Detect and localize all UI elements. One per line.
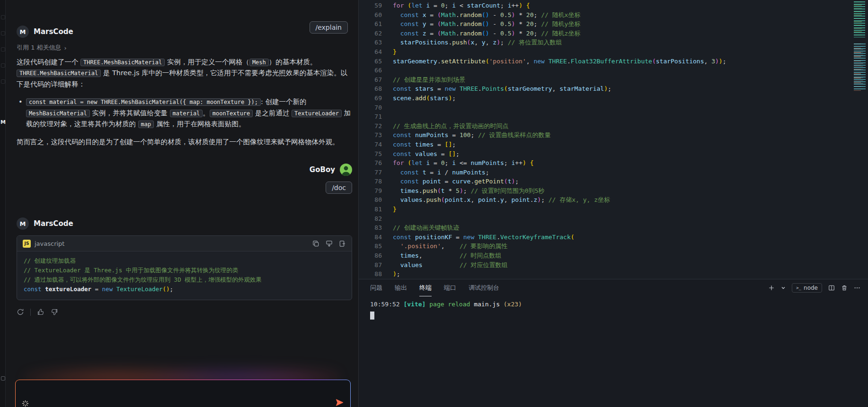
minimap[interactable]: [852, 0, 868, 104]
code-line[interactable]: 80 values.push(point.x, point.y, point.z…: [359, 195, 868, 205]
kill-terminal-icon[interactable]: [841, 285, 848, 291]
code-text: for (let i = 0; i < starCount; i++) {: [382, 1, 530, 10]
new-file-code-icon[interactable]: [339, 240, 346, 247]
minimap-block: [854, 1, 867, 37]
panel-tab-debug-console[interactable]: 调试控制台: [469, 279, 499, 296]
code-line[interactable]: 70: [359, 103, 868, 113]
activity-icon-3[interactable]: [1, 47, 5, 52]
line-number: 66: [359, 66, 382, 75]
activity-icon-5[interactable]: [1, 79, 5, 84]
code-line[interactable]: 85 '.position', // 要影响的属性: [359, 242, 868, 251]
terminal-profile-node[interactable]: >_ node: [792, 283, 822, 293]
marscode-activity-icon[interactable]: M: [0, 119, 6, 125]
user-name: GoBoy: [310, 165, 335, 174]
inline-code: MeshBasicMaterial: [26, 110, 90, 117]
panel-tab-problems[interactable]: 问题: [370, 279, 382, 296]
code-line[interactable]: 88);: [359, 269, 868, 279]
more-actions-icon[interactable]: [854, 285, 860, 291]
code-line[interactable]: 63 starPositions.push(x, y, z); // 将位置加入…: [359, 38, 868, 47]
code-line[interactable]: 73const numPoints = 100; // 设置曲线采样点的数量: [359, 130, 868, 140]
thumbs-down-icon[interactable]: [51, 308, 58, 316]
regenerate-icon[interactable]: [17, 308, 24, 316]
panel-tab-ports[interactable]: 端口: [444, 279, 456, 296]
panel-tab-bar: 问题输出终端端口调试控制台 >_ node: [359, 279, 868, 296]
chevron-down-icon[interactable]: [781, 286, 786, 290]
code-text: // 创建动画关键帧轨迹: [382, 223, 459, 233]
code-text: for (let i = 0; i <= numPoints; i++) {: [382, 158, 533, 168]
code-text: // 创建星星并添加到场景: [382, 75, 465, 85]
code-line[interactable]: 59for (let i = 0; i < starCount; i++) {: [359, 1, 868, 10]
marscode-logo-icon: M: [17, 217, 29, 230]
code-text: const z = (Math.random() - 0.5) * 20; //…: [382, 29, 580, 38]
code-line[interactable]: 65starGeometry.setAttribute('position', …: [359, 57, 868, 66]
activity-icon-1[interactable]: [1, 15, 5, 19]
code-text: [382, 66, 393, 75]
code-line[interactable]: 60 const x = (Math.random() - 0.5) * 20;…: [359, 10, 868, 20]
apps-grid-icon[interactable]: [1, 376, 5, 381]
line-number: 74: [359, 140, 382, 149]
code-line[interactable]: 68const stars = new THREE.Points(starGeo…: [359, 84, 868, 94]
reference-toggle[interactable]: 引用 1 相关信息 ›: [17, 43, 352, 52]
line-number: 78: [359, 177, 382, 186]
code-text: scene.add(stars);: [382, 94, 456, 103]
code-line[interactable]: 83// 创建动画关键帧轨迹: [359, 223, 868, 233]
line-number: 62: [359, 29, 382, 38]
user-command-explain[interactable]: /explain: [310, 21, 348, 34]
line-number: 71: [359, 112, 382, 121]
bottom-panel: 问题输出终端端口调试控制台 >_ node: [359, 279, 868, 407]
code-line[interactable]: 76for (let i = 0; i <= numPoints; i++) {: [359, 158, 868, 168]
code-line[interactable]: 81}: [359, 205, 868, 214]
code-line[interactable]: 86 times, // 时间点数组: [359, 251, 868, 260]
new-terminal-icon[interactable]: [768, 285, 775, 291]
code-line[interactable]: 69scene.add(stars);: [359, 94, 868, 103]
code-text: const positionKF = new THREE.VectorKeyfr…: [382, 233, 575, 242]
line-number: 60: [359, 10, 382, 20]
code-line[interactable]: 84const positionKF = new THREE.VectorKey…: [359, 233, 868, 242]
line-number: 85: [359, 242, 382, 251]
code-line[interactable]: 87 values // 对应位置数组: [359, 260, 868, 270]
activity-icon-4[interactable]: [1, 63, 5, 68]
javascript-icon: JS: [23, 240, 31, 248]
code-line[interactable]: 62 const z = (Math.random() - 0.5) * 20;…: [359, 29, 868, 38]
code-line[interactable]: 77 const t = i / numPoints;: [359, 168, 868, 177]
chat-input[interactable]: [15, 380, 351, 407]
activity-bar: M: [0, 0, 6, 407]
code-line[interactable]: 78 const point = curve.getPoint(t);: [359, 177, 868, 186]
code-text: const point = curve.getPoint(t);: [382, 177, 519, 186]
inline-code: moonTexture: [210, 110, 253, 117]
code-line[interactable]: 64}: [359, 47, 868, 57]
split-terminal-icon[interactable]: [828, 285, 835, 291]
assistant-name: MarsCode: [34, 27, 73, 36]
code-line[interactable]: 71: [359, 112, 868, 121]
code-line[interactable]: 67// 创建星星并添加到场景: [359, 75, 868, 85]
chat-code-lines[interactable]: // 创建纹理加载器// TextureLoader 是 Three.js 中用…: [17, 251, 352, 300]
activity-icon-2[interactable]: [1, 31, 5, 35]
code-line[interactable]: 66: [359, 66, 868, 75]
message-actions: [17, 308, 352, 316]
line-number: 86: [359, 251, 382, 260]
code-text: // 生成曲线上的点，并设置动画的时间点: [382, 121, 508, 131]
code-editor[interactable]: 59for (let i = 0; i < starCount; i++) {6…: [359, 0, 868, 279]
code-line[interactable]: 72// 生成曲线上的点，并设置动画的时间点: [359, 121, 868, 131]
panel-tab-terminal[interactable]: 终端: [419, 279, 432, 296]
send-icon[interactable]: [335, 398, 344, 407]
loading-spinner-icon: [22, 400, 29, 407]
panel-tab-output[interactable]: 输出: [395, 279, 407, 296]
thumbs-up-icon[interactable]: [37, 308, 44, 316]
code-text: starPositions.push(x, y, z); // 将位置加入数组: [382, 38, 562, 47]
code-text: const values = [];: [382, 149, 460, 159]
line-number: 75: [359, 149, 382, 159]
chat-code-line: // 通过加载器，可以将外部的图像文件作为纹理应用到 3D 模型上，增强模型的外…: [24, 275, 345, 285]
code-line[interactable]: 75const values = [];: [359, 149, 868, 159]
user-command-doc[interactable]: /doc: [326, 182, 352, 194]
person-icon: [340, 164, 352, 176]
assistant-name: MarsCode: [34, 219, 73, 228]
insert-code-icon[interactable]: [326, 240, 333, 247]
code-line[interactable]: 74const times = [];: [359, 140, 868, 149]
terminal-profile-label: node: [804, 285, 818, 291]
code-line[interactable]: 82: [359, 214, 868, 224]
assistant-message-header: M MarsCode: [17, 217, 352, 230]
code-line[interactable]: 79 times.push(t * 5); // 设置时间范围为0到5秒: [359, 186, 868, 196]
code-line[interactable]: 61 const y = (Math.random() - 0.5) * 20;…: [359, 19, 868, 29]
copy-code-icon[interactable]: [312, 240, 319, 247]
